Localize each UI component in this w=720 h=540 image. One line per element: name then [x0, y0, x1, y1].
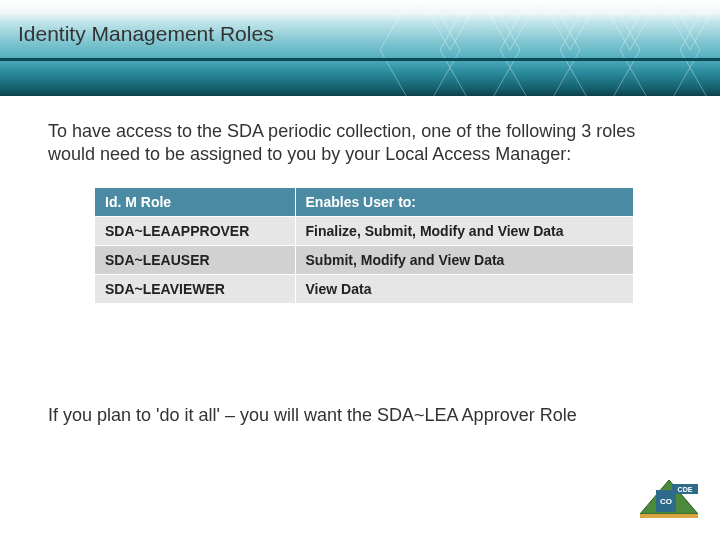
cell-enables: Finalize, Submit, Modify and View Data — [295, 217, 633, 246]
content-area: To have access to the SDA periodic colle… — [48, 120, 672, 304]
cell-enables: Submit, Modify and View Data — [295, 246, 633, 275]
svg-marker-5 — [680, 0, 720, 96]
cell-role: SDA~LEAVIEWER — [95, 275, 296, 304]
cell-role: SDA~LEAUSER — [95, 246, 296, 275]
cell-role: SDA~LEAAPPROVER — [95, 217, 296, 246]
col-header-role: Id. M Role — [95, 188, 296, 217]
logo-text-top: CDE — [678, 486, 693, 493]
table-row: SDA~LEAVIEWER View Data — [95, 275, 634, 304]
col-header-enables: Enables User to: — [295, 188, 633, 217]
footnote-text: If you plan to 'do it all' – you will wa… — [48, 404, 672, 427]
svg-marker-1 — [440, 0, 520, 96]
cde-logo-icon: CO CDE — [636, 478, 702, 528]
cell-enables: View Data — [295, 275, 633, 304]
svg-marker-10 — [650, 0, 720, 50]
table-row: SDA~LEAAPPROVER Finalize, Submit, Modify… — [95, 217, 634, 246]
svg-marker-0 — [380, 0, 460, 96]
table-row: SDA~LEAUSER Submit, Modify and View Data — [95, 246, 634, 275]
logo-text-bottom: CO — [660, 497, 672, 506]
svg-marker-9 — [590, 0, 670, 50]
page-title: Identity Management Roles — [18, 22, 274, 46]
slide: Identity Management Roles To have access… — [0, 0, 720, 540]
svg-marker-3 — [560, 0, 640, 96]
svg-rect-14 — [640, 514, 698, 518]
svg-marker-4 — [620, 0, 700, 96]
intro-text: To have access to the SDA periodic colle… — [48, 120, 648, 165]
roles-table: Id. M Role Enables User to: SDA~LEAAPPRO… — [94, 187, 634, 304]
header-background — [0, 0, 720, 96]
svg-marker-6 — [410, 0, 490, 50]
table-header-row: Id. M Role Enables User to: — [95, 188, 634, 217]
svg-marker-7 — [470, 0, 550, 50]
svg-marker-2 — [500, 0, 580, 96]
svg-marker-8 — [530, 0, 610, 50]
geometric-pattern-icon — [380, 0, 720, 96]
header-underline — [0, 58, 720, 61]
